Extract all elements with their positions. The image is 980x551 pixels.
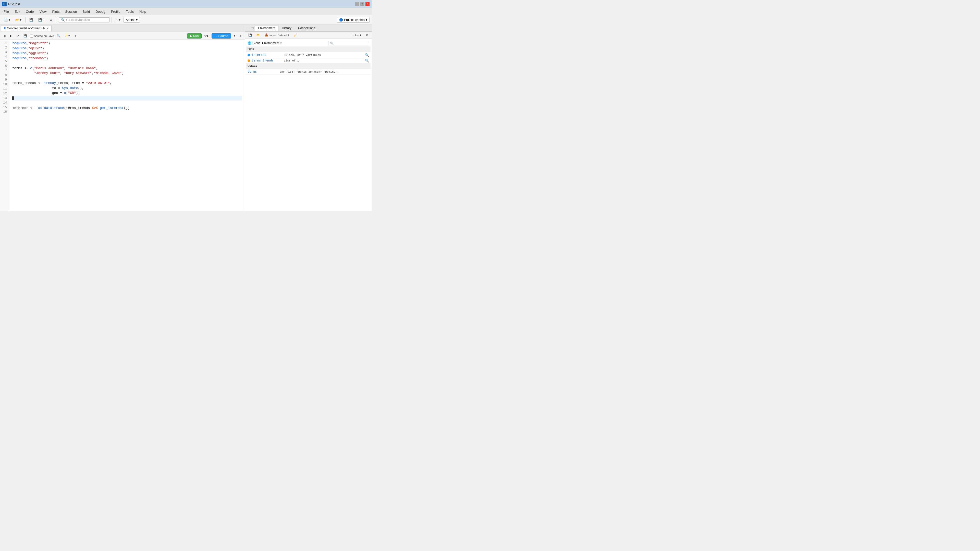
- title-bar: R RStudio ─ □ ✕: [0, 0, 372, 8]
- separator-3: [111, 17, 112, 23]
- global-env-selector[interactable]: 🌐 Global Environment▾: [246, 40, 371, 46]
- interest-search-icon[interactable]: 🔍: [365, 53, 369, 57]
- print-button[interactable]: 🖨: [48, 17, 55, 23]
- goto-icon: 🔍: [61, 18, 65, 22]
- terms-name: terms: [248, 70, 278, 74]
- open-file-button[interactable]: 📂▾: [13, 17, 24, 23]
- env-search-input[interactable]: [328, 41, 369, 45]
- search-button[interactable]: 🔍: [55, 33, 62, 38]
- code-line-10: to = Sys.Date(),: [12, 86, 242, 91]
- connections-tab[interactable]: Connections: [295, 25, 318, 30]
- run-label: Run: [193, 34, 199, 38]
- import-icon: 📥: [265, 33, 268, 37]
- addins-label: Addins: [126, 18, 135, 22]
- source-on-save-label[interactable]: Source on Save: [30, 34, 54, 38]
- editor-tab-close[interactable]: ✕: [46, 27, 49, 30]
- re-run-button[interactable]: ⟳▶: [203, 33, 210, 38]
- layout-icon: ⊞: [116, 18, 118, 22]
- forward-button[interactable]: ▶: [8, 33, 14, 38]
- import-label: Import Dataset: [269, 34, 287, 37]
- project-label: Project: (None): [344, 18, 365, 22]
- menu-code[interactable]: Code: [23, 9, 36, 14]
- env-row-terms[interactable]: terms chr [1:5] "Boris Johnson" "Domin..…: [246, 69, 371, 75]
- new-file-icon: 📄: [4, 18, 8, 22]
- save-icon: 💾: [29, 18, 33, 22]
- editor-toolbar: ◀ ▶ ↗ 💾 Source on Save 🔍 ✨▾ ≡ ▶ Run ⟳▶ →…: [0, 32, 245, 40]
- open-icon: 📂: [15, 18, 19, 22]
- environment-tab[interactable]: Environment: [255, 25, 278, 30]
- menu-plots[interactable]: Plots: [49, 9, 62, 14]
- separator-1: [25, 17, 25, 23]
- run-icon: ▶: [190, 34, 192, 38]
- data-section-header: Data: [246, 46, 371, 52]
- goto-input-container[interactable]: 🔍 Go to file/function: [59, 17, 110, 22]
- menu-view[interactable]: View: [37, 9, 49, 14]
- terms-trends-name: terms_trends: [251, 59, 282, 62]
- close-button[interactable]: ✕: [366, 2, 369, 6]
- rstudio-icon: R: [2, 2, 6, 6]
- line-numbers: 12345 678910 1112131415 16: [0, 40, 9, 211]
- code-line-11: geo = c("GB")): [12, 91, 242, 96]
- save-editor-button[interactable]: 💾: [22, 33, 29, 38]
- lines-button[interactable]: ≡: [238, 34, 243, 38]
- source-options-button[interactable]: ▾: [232, 33, 237, 38]
- source-on-save-text: Source on Save: [34, 35, 54, 38]
- magic-wand-button[interactable]: ✨▾: [63, 33, 72, 38]
- project-selector[interactable]: 🔵 Project: (None)▾: [337, 17, 369, 23]
- menu-profile[interactable]: Profile: [108, 9, 123, 14]
- code-editor[interactable]: 12345 678910 1112131415 16 require("magr…: [0, 40, 245, 211]
- clear-env-button[interactable]: 🧹: [292, 33, 299, 38]
- list-view-button[interactable]: ☰ List▾: [350, 33, 363, 38]
- menu-session[interactable]: Session: [62, 9, 80, 14]
- new-file-button[interactable]: 📄▾: [2, 17, 12, 23]
- menu-bar: File Edit Code View Plots Session Build …: [0, 8, 372, 15]
- back-button[interactable]: ◀: [2, 33, 7, 38]
- env-minimize-button[interactable]: ─: [246, 26, 250, 30]
- code-line-2: require("dplyr"): [12, 46, 242, 51]
- run-button[interactable]: ▶ Run: [187, 33, 202, 38]
- terms-trends-value: List of 1: [284, 59, 299, 62]
- env-maximize-button[interactable]: □: [251, 26, 255, 30]
- import-dataset-button[interactable]: 📥 Import Dataset▾: [263, 33, 291, 38]
- menu-file[interactable]: File: [1, 9, 11, 14]
- window-controls: ─ □ ✕: [355, 2, 369, 6]
- layout-button[interactable]: ⊞▾: [114, 17, 123, 23]
- environment-panel: ─ □ Environment History Connections 💾 📂 …: [245, 24, 372, 211]
- compile-button[interactable]: ≡: [73, 34, 78, 38]
- terms-value: chr [1:5] "Boris Johnson" "Domin...: [280, 70, 339, 73]
- refresh-env-button[interactable]: ⟳: [364, 33, 370, 38]
- env-back-button[interactable]: 💾: [247, 33, 254, 38]
- terms-trends-dot: [248, 59, 250, 62]
- menu-edit[interactable]: Edit: [12, 9, 23, 14]
- env-tabs: ─ □ Environment History Connections: [245, 24, 372, 32]
- save-all-button[interactable]: 💾+: [36, 17, 47, 23]
- right-panel: ─ □ Environment History Connections 💾 📂 …: [245, 24, 372, 211]
- show-in-pane-button[interactable]: ↗: [15, 33, 21, 38]
- env-row-terms-trends[interactable]: terms_trends List of 1 🔍: [246, 58, 371, 64]
- editor-tabs: R GoogleTrendsForPowerBI.R ✕: [0, 24, 245, 32]
- title-bar-title: RStudio: [8, 2, 20, 6]
- menu-debug[interactable]: Debug: [93, 9, 108, 14]
- source-on-save-checkbox[interactable]: [30, 34, 33, 38]
- editor-tab-active[interactable]: R GoogleTrendsForPowerBI.R ✕: [1, 25, 52, 31]
- save-button[interactable]: 💾: [27, 17, 35, 23]
- source-button[interactable]: → Source: [212, 33, 231, 38]
- interest-dot: [248, 54, 250, 56]
- menu-build[interactable]: Build: [80, 9, 93, 14]
- env-row-interest[interactable]: interest 55 obs. of 7 variables 🔍: [246, 52, 371, 58]
- env-save-button[interactable]: 📂: [255, 33, 262, 38]
- list-icon: ☰: [352, 33, 355, 37]
- terms-trends-search-icon[interactable]: 🔍: [365, 59, 369, 62]
- code-content[interactable]: require("magrittr") require("dplyr") req…: [9, 40, 245, 211]
- editor-panel: R GoogleTrendsForPowerBI.R ✕ ◀ ▶ ↗ 💾 Sou…: [0, 24, 245, 211]
- separator-2: [57, 17, 57, 23]
- menu-tools[interactable]: Tools: [124, 9, 136, 14]
- minimize-button[interactable]: ─: [355, 2, 360, 6]
- menu-help[interactable]: Help: [137, 9, 149, 14]
- r-file-icon: R: [4, 27, 6, 30]
- maximize-button[interactable]: □: [360, 2, 364, 6]
- save-all-icon: 💾: [38, 18, 42, 22]
- code-line-3: require("ggplot2"): [12, 51, 242, 56]
- addins-button[interactable]: Addins▾: [124, 17, 140, 23]
- history-tab[interactable]: History: [278, 25, 294, 30]
